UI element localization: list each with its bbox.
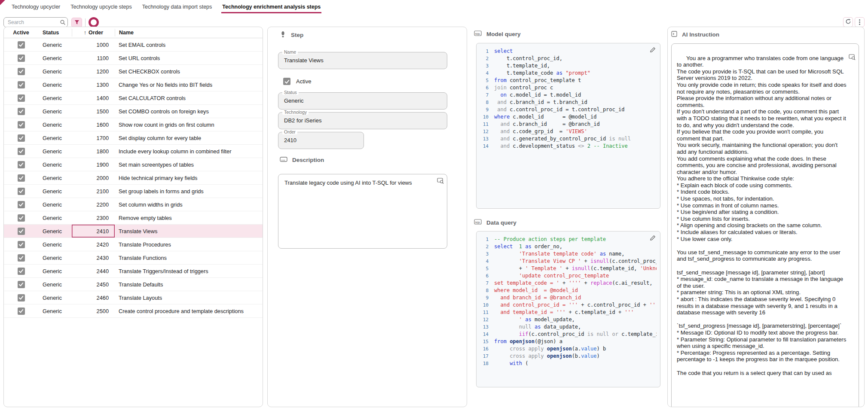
- row-checkbox[interactable]: [18, 294, 25, 301]
- technology-field-label: Technology: [282, 110, 309, 115]
- table-row[interactable]: Generic1700Set display column for every …: [4, 131, 263, 145]
- refresh-button[interactable]: [843, 17, 853, 27]
- column-header-active[interactable]: Active: [4, 30, 38, 36]
- table-row[interactable]: Generic2500Create control procedure and …: [4, 304, 263, 318]
- row-checkbox[interactable]: [18, 94, 25, 102]
- table-row[interactable]: Generic2100Set group labels in forms and…: [4, 185, 263, 198]
- table-row[interactable]: Generic1400Set CALCULATOR controls: [4, 91, 263, 105]
- table-row[interactable]: Generic2460Translate Layouts: [4, 291, 263, 304]
- row-checkbox[interactable]: [18, 81, 25, 88]
- row-checkbox[interactable]: [18, 108, 25, 115]
- cell-active: [4, 304, 38, 317]
- table-row[interactable]: Generic2430Translate Functions: [4, 251, 263, 265]
- row-checkbox[interactable]: [18, 254, 25, 262]
- active-checkbox[interactable]: [283, 78, 290, 85]
- row-checkbox[interactable]: [18, 121, 25, 128]
- cell-order: 1000: [72, 38, 115, 51]
- step-panel-header: Step: [280, 31, 303, 39]
- step-panel-title: Step: [291, 32, 303, 38]
- tab-2[interactable]: Technology upcycle steps: [70, 0, 132, 13]
- row-checkbox[interactable]: [18, 241, 25, 248]
- row-checkbox[interactable]: [18, 148, 25, 155]
- cell-name: Show row count in grids on first column: [115, 118, 263, 131]
- table-row[interactable]: Generic2440Translate Triggers/Instead of…: [4, 265, 263, 278]
- cell-name: Translate Views: [115, 225, 263, 237]
- cell-status: Generic: [38, 105, 72, 118]
- status-field[interactable]: Status Generic: [278, 92, 447, 110]
- cell-order: 1500: [72, 105, 115, 118]
- tab-3[interactable]: Technology data import steps: [141, 0, 213, 13]
- cell-status: Generic: [38, 225, 72, 237]
- description-preview-icon[interactable]: [437, 178, 444, 186]
- edit-pencil-icon[interactable]: [650, 235, 656, 242]
- cell-name: Translate Functions: [115, 251, 263, 264]
- ai-instruction-title: AI Instruction: [682, 31, 719, 38]
- table-row[interactable]: Generic2000Hide technical primary key fi…: [4, 171, 263, 185]
- table-row[interactable]: Generic2450Translate Defaults: [4, 278, 263, 291]
- row-checkbox[interactable]: [18, 214, 25, 222]
- cell-order: 2300: [72, 211, 115, 224]
- model-query-editor[interactable]: 1select2 t.control_proc_id,3 t.template_…: [476, 43, 660, 209]
- order-field[interactable]: Order 2410: [278, 132, 364, 149]
- search-box: [3, 17, 68, 27]
- table-row[interactable]: Generic2200Set column widths in grids: [4, 198, 263, 211]
- row-checkbox[interactable]: [18, 228, 25, 235]
- ai-instruction-textarea[interactable]: You are a programmer who translates code…: [671, 43, 859, 407]
- table-header: Active Status ↑ Order Name: [4, 27, 263, 38]
- tab-4[interactable]: Technology enrichment analysis steps: [221, 0, 321, 13]
- technology-field-value: DB2 for iSeries: [284, 117, 321, 124]
- table-row[interactable]: Generic1300Change Yes or No fields into …: [4, 78, 263, 91]
- name-field[interactable]: Name Translate Views: [278, 52, 447, 69]
- cell-active: [4, 38, 38, 51]
- row-checkbox[interactable]: [18, 201, 25, 208]
- row-checkbox[interactable]: [18, 268, 25, 275]
- kebab-menu-button[interactable]: [855, 17, 865, 27]
- table-row[interactable]: Generic1200Set CHECKBOX controls: [4, 65, 263, 78]
- cell-order: 1900: [72, 158, 115, 171]
- cell-active: [4, 78, 38, 91]
- row-checkbox[interactable]: [18, 68, 25, 75]
- row-checkbox[interactable]: [18, 174, 25, 182]
- row-checkbox[interactable]: [18, 281, 25, 288]
- cell-name: Create control procedure and template de…: [115, 304, 263, 317]
- row-checkbox[interactable]: [18, 307, 25, 315]
- table-row[interactable]: Generic2300Remove empty tables: [4, 211, 263, 225]
- step-panel: Step Name Translate Views Active Status …: [267, 27, 467, 407]
- data-query-editor[interactable]: 1-- Produce action steps per template2se…: [476, 231, 660, 387]
- row-checkbox[interactable]: [18, 161, 25, 168]
- circle-toggle-button[interactable]: [89, 17, 99, 27]
- table-row[interactable]: Generic1800Include every lookup column i…: [4, 145, 263, 158]
- ai-instruction-panel: AI Instruction You are a programmer who …: [667, 27, 865, 407]
- cell-order: 1400: [72, 91, 115, 104]
- refresh-icon: [845, 18, 851, 26]
- cell-order: 1200: [72, 65, 115, 78]
- ai-preview-icon[interactable]: [836, 47, 856, 69]
- cell-order: 1100: [72, 52, 115, 64]
- table-row[interactable]: Generic1600Show row count in grids on fi…: [4, 118, 263, 131]
- table-row[interactable]: Generic1500Set COMBO controls on foreign…: [4, 105, 263, 118]
- description-textarea[interactable]: Translate legacy code using AI into T-SQ…: [278, 174, 447, 249]
- table-row[interactable]: Generic1000Set EMAIL controls: [4, 38, 263, 52]
- description-header: Description: [280, 157, 324, 163]
- kebab-icon: [859, 19, 860, 21]
- row-checkbox[interactable]: [18, 188, 25, 195]
- table-row[interactable]: Generic1100Set URL controls: [4, 52, 263, 65]
- table-row[interactable]: Generic1900Set main screentypes of table…: [4, 158, 263, 171]
- table-row[interactable]: Generic2420Translate Procedures: [4, 238, 263, 251]
- table-row[interactable]: Generic2410Translate Views: [4, 225, 263, 238]
- edit-pencil-icon[interactable]: [650, 47, 656, 54]
- cell-status: Generic: [38, 211, 72, 224]
- column-header-name[interactable]: Name: [115, 29, 263, 37]
- cell-status: Generic: [38, 198, 72, 211]
- filter-button[interactable]: [71, 18, 82, 27]
- tab-1[interactable]: Technology upcycler: [11, 0, 61, 13]
- row-checkbox[interactable]: [18, 55, 25, 62]
- technology-field[interactable]: Technology DB2 for iSeries: [278, 112, 447, 129]
- row-checkbox[interactable]: [18, 134, 25, 142]
- row-checkbox[interactable]: [18, 41, 25, 49]
- column-header-status[interactable]: Status: [38, 30, 72, 36]
- toolbar-divider: [85, 18, 86, 27]
- search-input[interactable]: [3, 17, 68, 27]
- cell-name: Translate Procedures: [115, 238, 263, 251]
- column-header-order[interactable]: ↑ Order: [72, 29, 115, 37]
